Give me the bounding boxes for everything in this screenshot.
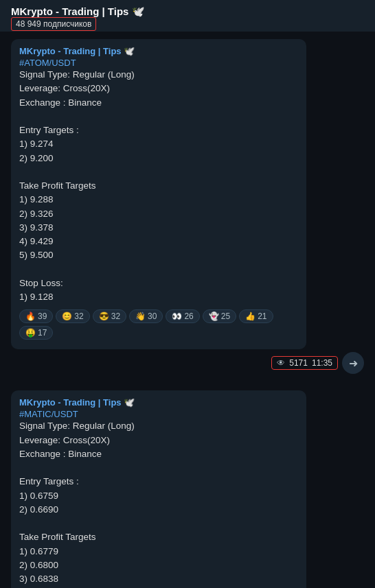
- eye-icon-1: 👁: [277, 358, 285, 368]
- reaction-count: 17: [38, 328, 47, 338]
- reaction-count: 26: [184, 311, 193, 321]
- reaction-emoji: 😊: [62, 311, 72, 321]
- reaction-thumbs-1[interactable]: 👍21: [239, 309, 273, 323]
- message-wrapper-1: MKrypto - Trading | Tips 🕊️ #ATOM/USDT S…: [0, 32, 375, 374]
- message-wrapper-2: MKrypto - Trading | Tips 🕊️ #MATIC/USDT …: [0, 384, 375, 588]
- reaction-emoji: 👀: [172, 311, 182, 321]
- reaction-count: 39: [38, 311, 47, 321]
- reaction-emoji: 🤑: [25, 328, 36, 338]
- channel-header: MKrypto - Trading | Tips 🕊️ 48 949 подпи…: [0, 0, 375, 32]
- reaction-fire-1[interactable]: 🔥39: [19, 309, 53, 323]
- message-text-1: Signal Type: Regular (Long) Leverage: Cr…: [19, 68, 298, 304]
- sender-icon-1: 🕊️: [124, 46, 135, 56]
- forward-icon-1: ➜: [349, 357, 358, 370]
- time-1: 11:35: [312, 358, 332, 368]
- message-text-2: Signal Type: Regular (Long) Leverage: Cr…: [19, 419, 298, 588]
- tag-link-2[interactable]: #MATIC/USDT: [19, 409, 298, 419]
- message-bubble-2: MKrypto - Trading | Tips 🕊️ #MATIC/USDT …: [11, 390, 306, 588]
- reaction-emoji: 🔥: [25, 311, 36, 321]
- messages-container: MKrypto - Trading | Tips 🕊️ #ATOM/USDT S…: [0, 32, 375, 588]
- reaction-count: 30: [148, 311, 157, 321]
- sender-name-2: MKrypto - Trading | Tips: [19, 397, 122, 408]
- reaction-count: 21: [258, 311, 266, 321]
- reaction-emoji: 😎: [99, 311, 109, 321]
- reaction-eyes-1[interactable]: 👀26: [166, 309, 199, 323]
- reaction-count: 25: [221, 311, 230, 321]
- tag-link-1[interactable]: #ATOM/USDT: [19, 58, 298, 68]
- message-bubble-1: MKrypto - Trading | Tips 🕊️ #ATOM/USDT S…: [11, 39, 306, 349]
- reaction-cool-1[interactable]: 😎32: [93, 309, 126, 323]
- forward-button-1[interactable]: ➜: [342, 352, 364, 374]
- reactions-row-1: 🔥39 😊32 😎32 👋30 👀26 👻25 👍21 🤑17: [19, 309, 298, 340]
- message-sender-2[interactable]: MKrypto - Trading | Tips 🕊️: [19, 397, 298, 408]
- subscribers-badge: 48 949 подписчиков: [11, 17, 96, 31]
- views-count-1: 5171: [289, 358, 308, 368]
- views-time-badge-1: 👁 5171 11:35: [271, 356, 338, 370]
- channel-title: MKrypto - Trading | Tips 🕊️: [11, 5, 364, 18]
- channel-icon: 🕊️: [132, 5, 145, 17]
- reaction-emoji: 👻: [209, 311, 219, 321]
- reaction-ghost-1[interactable]: 👻25: [203, 309, 236, 323]
- reaction-count: 32: [111, 311, 120, 321]
- reaction-money-1[interactable]: 🤑17: [19, 326, 53, 340]
- reaction-emoji: 👍: [245, 311, 255, 321]
- message-sender-1[interactable]: MKrypto - Trading | Tips 🕊️: [19, 46, 298, 56]
- message-footer-1: 👁 5171 11:35 ➜: [11, 352, 364, 374]
- reaction-wave-1[interactable]: 👋30: [129, 309, 163, 323]
- reaction-count: 32: [74, 311, 83, 321]
- reaction-smile-1[interactable]: 😊32: [56, 309, 89, 323]
- sender-name-1: MKrypto - Trading | Tips: [19, 46, 122, 56]
- channel-name-text: MKrypto - Trading | Tips: [11, 5, 128, 17]
- reaction-emoji: 👋: [135, 311, 146, 321]
- sender-icon-2: 🕊️: [124, 397, 135, 408]
